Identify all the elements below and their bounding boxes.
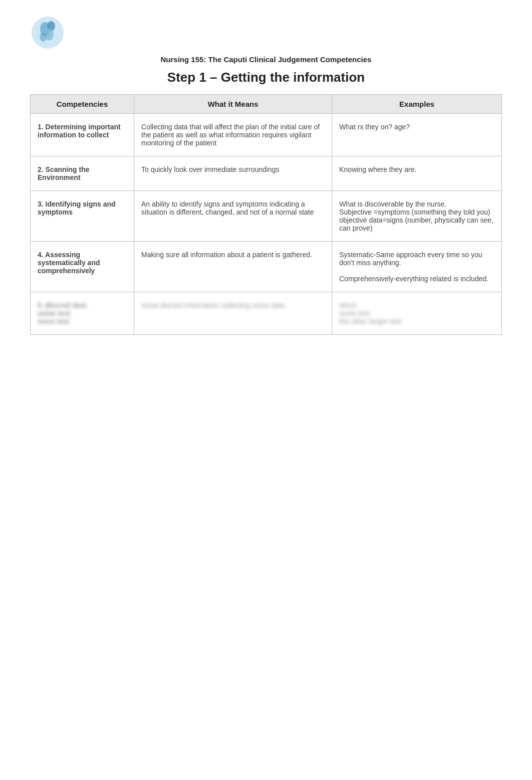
table-header-row: Competencies What it Means Examples bbox=[31, 95, 502, 114]
what-it-means-cell: An ability to identify signs and symptom… bbox=[134, 191, 332, 242]
col-header-competencies: Competencies bbox=[31, 95, 134, 114]
examples-cell: Systematic-Same approach every time so y… bbox=[332, 242, 502, 292]
competency-name: Blurred item some text more text bbox=[38, 301, 87, 325]
svg-point-4 bbox=[40, 33, 47, 42]
col-header-what: What it Means bbox=[134, 95, 332, 114]
examples-cell: What rx they on? age? bbox=[332, 114, 502, 156]
logo-icon bbox=[30, 15, 65, 50]
competency-number: 4. bbox=[38, 251, 45, 259]
table-row: 3. Identifying signs and symptomsAn abil… bbox=[31, 191, 502, 242]
competency-cell: 4. Assessing systematically and comprehe… bbox=[31, 242, 134, 292]
competency-cell: 5. Blurred item some text more text bbox=[31, 292, 134, 335]
competency-name: Scanning the Environment bbox=[38, 165, 91, 181]
logo-area bbox=[30, 15, 502, 50]
col-header-examples: Examples bbox=[332, 95, 502, 114]
competency-number: 2. bbox=[38, 165, 46, 173]
competency-number: 5. bbox=[38, 301, 46, 309]
what-it-means-cell: Collecting data that will affect the pla… bbox=[134, 114, 332, 156]
what-it-means-cell: some blurred information collecting some… bbox=[134, 292, 332, 335]
table-row: 2. Scanning the EnvironmentTo quickly lo… bbox=[31, 156, 502, 191]
what-it-means-cell: To quickly look over immediate surroundi… bbox=[134, 156, 332, 191]
examples-cell: Word some text the other longer text bbox=[332, 292, 502, 335]
subtitle: Nursing 155: The Caputi Clinical Judgeme… bbox=[30, 55, 502, 64]
competency-name: Assessing systematically and comprehensi… bbox=[38, 251, 102, 275]
competency-number: 1. bbox=[38, 123, 46, 131]
competency-name: Determining important information to col… bbox=[38, 123, 123, 139]
competency-number: 3. bbox=[38, 200, 46, 208]
table-row: 4. Assessing systematically and comprehe… bbox=[31, 242, 502, 292]
what-it-means-cell: Making sure all information about a pati… bbox=[134, 242, 332, 292]
competencies-table: Competencies What it Means Examples 1. D… bbox=[30, 94, 502, 335]
competency-cell: 1. Determining important information to … bbox=[31, 114, 134, 156]
table-row: 5. Blurred item some text more textsome … bbox=[31, 292, 502, 335]
competency-name: Identifying signs and symptoms bbox=[38, 200, 117, 216]
competency-cell: 2. Scanning the Environment bbox=[31, 156, 134, 191]
page-title: Step 1 – Getting the information bbox=[30, 70, 502, 85]
competency-cell: 3. Identifying signs and symptoms bbox=[31, 191, 134, 242]
table-row: 1. Determining important information to … bbox=[31, 114, 502, 156]
examples-cell: Knowing where they are. bbox=[332, 156, 502, 191]
examples-cell: What is discoverable by the nurse. Subje… bbox=[332, 191, 502, 242]
